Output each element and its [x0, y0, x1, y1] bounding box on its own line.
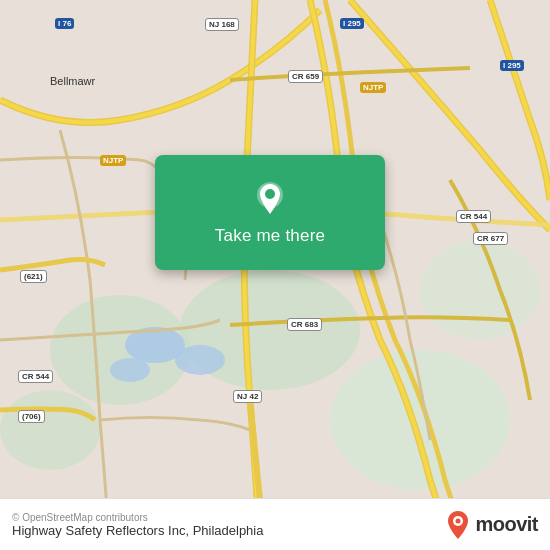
moovit-pin-icon: [446, 511, 470, 539]
svg-point-3: [330, 350, 510, 490]
road-badge-cr683: CR 683: [287, 318, 322, 331]
location-pin-icon: [251, 180, 289, 218]
road-badge-njtp-left: NJTP: [100, 155, 126, 166]
svg-point-4: [420, 240, 540, 340]
moovit-brand-text: moovit: [475, 513, 538, 536]
svg-point-11: [265, 189, 275, 199]
location-name: Highway Safety Reflectors Inc, Philadelp…: [12, 523, 263, 538]
svg-point-8: [110, 358, 150, 382]
svg-point-13: [456, 518, 461, 523]
road-badge-cr544-left: CR 544: [18, 370, 53, 383]
road-badge-cr677: CR 677: [473, 232, 508, 245]
card-overlay[interactable]: Take me there: [155, 155, 385, 270]
map-container: Bellmawr I 76 NJ 168 I 295 I 295 CR 659 …: [0, 0, 550, 550]
bottom-info: © OpenStreetMap contributors Highway Saf…: [12, 512, 263, 538]
road-badge-njtp-top: NJTP: [360, 82, 386, 93]
take-me-there-button[interactable]: Take me there: [215, 226, 325, 246]
road-badge-i295-top: I 295: [340, 18, 364, 29]
copyright-text: © OpenStreetMap contributors: [12, 512, 263, 523]
road-badge-nj168: NJ 168: [205, 18, 239, 31]
road-badge-cr544-right: CR 544: [456, 210, 491, 223]
town-label-bellmawr: Bellmawr: [50, 75, 95, 87]
moovit-logo[interactable]: moovit: [446, 511, 538, 539]
road-badge-706: (706): [18, 410, 45, 423]
road-badge-cr659: CR 659: [288, 70, 323, 83]
road-badge-i76: I 76: [55, 18, 74, 29]
road-badge-nj42: NJ 42: [233, 390, 262, 403]
svg-point-7: [175, 345, 225, 375]
road-badge-i295-right: I 295: [500, 60, 524, 71]
road-badge-621: (621): [20, 270, 47, 283]
svg-point-5: [0, 390, 100, 470]
bottom-bar: © OpenStreetMap contributors Highway Saf…: [0, 498, 550, 550]
